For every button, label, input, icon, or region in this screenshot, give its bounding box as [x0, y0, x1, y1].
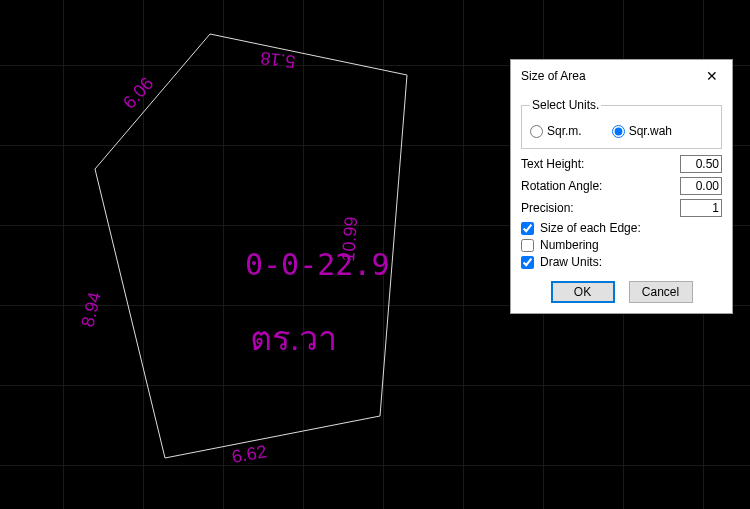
- edge-label-5: 6.06: [119, 73, 157, 112]
- chk-numbering-label: Numbering: [540, 238, 599, 252]
- area-value: 0-0-22.9: [245, 247, 390, 282]
- radio-sqm-label: Sqr.m.: [547, 124, 582, 138]
- radio-sqwah-label: Sqr.wah: [629, 124, 672, 138]
- chk-edge[interactable]: Size of each Edge:: [521, 221, 722, 235]
- text-height-input[interactable]: [680, 155, 722, 173]
- chk-drawunits[interactable]: Draw Units:: [521, 255, 722, 269]
- dialog-titlebar[interactable]: Size of Area ✕: [511, 60, 732, 92]
- edge-label-1: 5.18: [259, 48, 296, 72]
- rotation-label: Rotation Angle:: [521, 179, 602, 193]
- ok-button[interactable]: OK: [551, 281, 615, 303]
- radio-sqwah-input[interactable]: [612, 125, 625, 138]
- radio-sqm[interactable]: Sqr.m.: [530, 124, 582, 138]
- precision-label: Precision:: [521, 201, 574, 215]
- chk-numbering-input[interactable]: [521, 239, 534, 252]
- rotation-input[interactable]: [680, 177, 722, 195]
- size-of-area-dialog: Size of Area ✕ Select Units. Sqr.m. Sqr.…: [510, 59, 733, 314]
- precision-input[interactable]: [680, 199, 722, 217]
- radio-sqm-input[interactable]: [530, 125, 543, 138]
- close-icon[interactable]: ✕: [698, 66, 726, 86]
- chk-drawunits-input[interactable]: [521, 256, 534, 269]
- text-height-label: Text Height:: [521, 157, 584, 171]
- chk-numbering[interactable]: Numbering: [521, 238, 722, 252]
- units-group: Select Units. Sqr.m. Sqr.wah: [521, 98, 722, 149]
- dialog-title: Size of Area: [521, 69, 586, 83]
- radio-sqwah[interactable]: Sqr.wah: [612, 124, 672, 138]
- chk-drawunits-label: Draw Units:: [540, 255, 602, 269]
- units-legend: Select Units.: [530, 98, 601, 112]
- edge-label-4: 8.94: [77, 290, 104, 329]
- chk-edge-input[interactable]: [521, 222, 534, 235]
- area-unit-label: ตร.วา: [250, 319, 337, 357]
- edge-label-3: 6.62: [230, 441, 268, 467]
- chk-edge-label: Size of each Edge:: [540, 221, 641, 235]
- cancel-button[interactable]: Cancel: [629, 281, 693, 303]
- edge-label-2: 10.99: [338, 216, 361, 262]
